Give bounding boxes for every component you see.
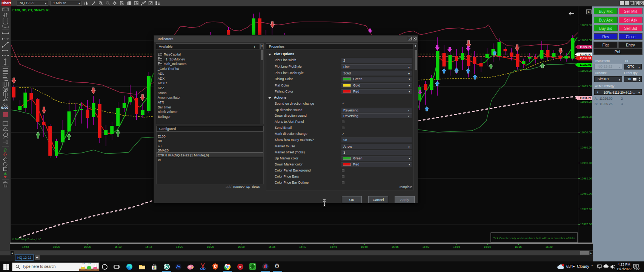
svg-text:0:00: 0:00 — [1, 105, 8, 110]
svg-text:© 2022 NinjaTrader, LLC: © 2022 NinjaTrader, LLC — [12, 238, 41, 241]
svg-text:4: 4 — [637, 267, 639, 270]
svg-text:w: w — [239, 266, 241, 268]
svg-text:E100, BB, CT, SMA20, PL: E100, BB, CT, SMA20, PL — [12, 8, 51, 12]
svg-text:Tick Counter only works on bar: Tick Counter only works on bars built wi… — [493, 236, 575, 240]
